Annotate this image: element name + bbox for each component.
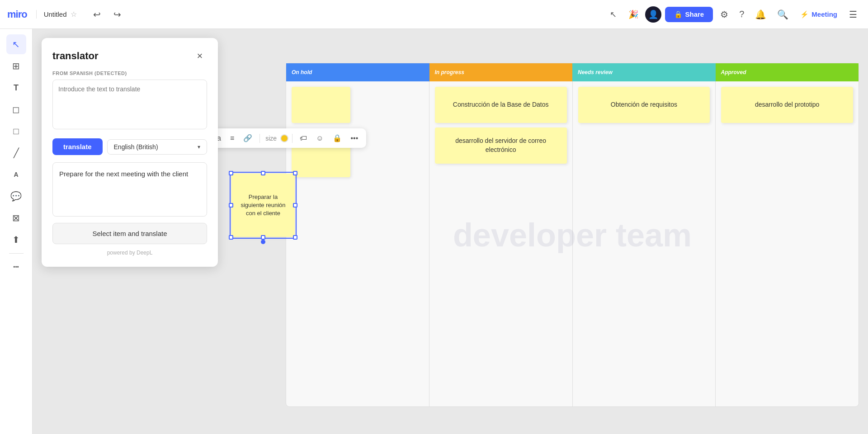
sidebar-divider [9, 253, 24, 254]
connect-handle[interactable] [261, 240, 265, 244]
translate-button[interactable]: translate [52, 138, 103, 155]
toolbar-divider [259, 134, 260, 143]
notification-button[interactable]: 🔔 [751, 6, 770, 23]
menu-button[interactable]: ☰ [845, 6, 861, 23]
undo-redo-group: ↩ ↪ [86, 7, 125, 22]
share-label: Share [685, 10, 704, 18]
kanban-column-approved: desarrollo del prototipo [716, 81, 859, 406]
floating-toolbar: a ≡ 🔗 size 🏷 ☺ 🔒 ••• [209, 128, 366, 148]
close-panel-button[interactable]: × [193, 49, 207, 63]
document-title: Untitled [44, 10, 67, 18]
redo-button[interactable]: ↪ [110, 7, 125, 22]
resize-handle-topleft[interactable] [229, 171, 233, 175]
sticky-note[interactable] [292, 87, 350, 123]
topbar: miro Untitled ☆ ↩ ↪ ↖ 🎉 👤 🔒 Share ⚙ ? 🔔 … [0, 0, 868, 29]
sidebar-text-tool[interactable]: T [6, 78, 26, 98]
kanban-board: On hold In progress Needs review Approve… [286, 63, 859, 407]
sidebar-more-tool[interactable]: ••• [6, 257, 26, 277]
sticky-note[interactable]: desarrollo del prototipo [721, 87, 853, 123]
meeting-label: Meeting [811, 10, 837, 18]
translator-panel: translator × FROM SPANISH (DETECTED) tra… [42, 38, 218, 267]
sidebar-cursor-tool[interactable]: ↖ [6, 34, 26, 54]
sticky-note[interactable]: Construcción de la Base de Datos [435, 87, 567, 123]
canvas-area[interactable]: translator × FROM SPANISH (DETECTED) tra… [33, 29, 868, 434]
sidebar-shapes-tool[interactable]: □ [6, 121, 26, 141]
resize-handle-rightmid[interactable] [293, 203, 297, 208]
kanban-column-needsreview: Obtención de requisitos [573, 81, 716, 406]
tune-icon-button[interactable]: ⚙ [717, 6, 732, 23]
align-center-button[interactable]: ≡ [226, 132, 238, 145]
undo-button[interactable]: ↩ [90, 7, 104, 22]
lightning-icon: ⚡ [800, 10, 809, 19]
emoji-button[interactable]: ☺ [312, 132, 327, 145]
toolbar-divider-2 [292, 134, 292, 143]
sticky-note[interactable]: Obtención de requisitos [578, 87, 710, 123]
main-area: ↖ ⊞ T ◻ □ ╱ A 💬 ⊠ ⬆ ••• translator × FRO… [0, 29, 868, 434]
star-icon[interactable]: ☆ [71, 10, 77, 19]
kanban-column-inprogress: Construcción de la Base de Datos desarro… [429, 81, 573, 406]
logo: miro [7, 9, 27, 20]
column-header-inprogress: In progress [429, 63, 573, 81]
lock-icon: 🔒 [674, 10, 683, 19]
resize-handle-bottommid[interactable] [261, 235, 265, 240]
chevron-down-icon: ▾ [198, 144, 200, 150]
select-item-translate-button[interactable]: Select item and translate [52, 223, 207, 244]
column-header-onhold: On hold [286, 63, 429, 81]
resize-handle-topright[interactable] [293, 171, 297, 175]
kanban-header: On hold In progress Needs review Approve… [286, 63, 859, 81]
topbar-right: ↖ 🎉 👤 🔒 Share ⚙ ? 🔔 🔍 ⚡ Meeting ☰ [605, 6, 861, 23]
sticky-note[interactable]: desarrollo del servidor de correo electr… [435, 127, 567, 164]
powered-by-label: powered by DeepL [52, 250, 207, 256]
translate-controls: translate English (British) ▾ [52, 138, 207, 155]
search-button[interactable]: 🔍 [774, 6, 792, 23]
title-area: Untitled ☆ [36, 10, 77, 19]
help-button[interactable]: ? [736, 6, 748, 22]
translation-input[interactable] [52, 80, 207, 129]
sidebar-frame-crop-tool[interactable]: ⊠ [6, 208, 26, 228]
sidebar-sticky-tool[interactable]: ◻ [6, 99, 26, 119]
color-picker[interactable] [280, 134, 288, 142]
translation-output: Prepare for the next meeting with the cl… [52, 162, 207, 217]
resize-handle-bottomleft[interactable] [229, 235, 233, 240]
link-button[interactable]: 🔗 [240, 131, 256, 145]
meeting-button[interactable]: ⚡ Meeting [796, 8, 842, 21]
lock-button[interactable]: 🔒 [329, 131, 345, 145]
selected-sticky-note[interactable]: Preparar la siguiente reunión con el cli… [231, 174, 295, 237]
resize-handle-bottomright[interactable] [293, 235, 297, 240]
sidebar-line-tool[interactable]: ╱ [6, 143, 26, 163]
from-language-label: FROM SPANISH (DETECTED) [52, 71, 207, 76]
language-selector[interactable]: English (British) ▾ [107, 139, 207, 155]
active-user-indicator: 👤 [645, 6, 661, 23]
kanban-body: Construcción de la Base de Datos desarro… [286, 81, 859, 406]
column-header-needsreview: Needs review [572, 63, 716, 81]
sidebar-upload-tool[interactable]: ⬆ [6, 230, 26, 250]
resize-handle-topmid[interactable] [261, 171, 265, 175]
left-sidebar: ↖ ⊞ T ◻ □ ╱ A 💬 ⊠ ⬆ ••• [0, 29, 33, 434]
more-options-button[interactable]: ••• [347, 132, 362, 145]
size-label: size [265, 135, 277, 142]
panel-header: translator × [52, 49, 207, 63]
sidebar-frames-tool[interactable]: ⊞ [6, 56, 26, 76]
resize-handle-leftmid[interactable] [229, 203, 233, 208]
selected-sticky-wrapper: Preparar la siguiente reunión con el cli… [231, 174, 295, 237]
selected-note-text: Preparar la siguiente reunión con el cli… [237, 193, 289, 218]
select-tool-button[interactable]: ↖ [605, 6, 622, 23]
column-header-approved: Approved [716, 63, 859, 81]
share-button[interactable]: 🔒 Share [665, 7, 713, 22]
panel-title: translator [52, 50, 98, 62]
language-label: English (British) [114, 143, 158, 151]
pointer-tool-button[interactable]: 🎉 [625, 6, 642, 23]
tag-button[interactable]: 🏷 [296, 132, 311, 145]
sidebar-comment-tool[interactable]: 💬 [6, 186, 26, 206]
sidebar-arrow-tool[interactable]: A [6, 165, 26, 184]
